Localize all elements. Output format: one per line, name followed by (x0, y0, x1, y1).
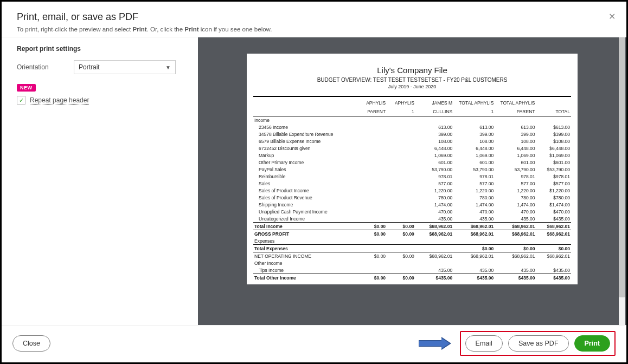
table-row: Total Other Income$0.00$0.00$435.00$435.… (253, 274, 571, 282)
close-icon[interactable]: ✕ (608, 11, 616, 22)
table-row: Sales577.00577.00577.00$577.00 (253, 180, 571, 187)
table-row: 23456 Income613.00613.00613.00$613.00 (253, 123, 571, 131)
dialog-hint: To print, right-click the preview and se… (17, 26, 611, 32)
scrollbar-thumb[interactable] (619, 37, 625, 297)
settings-heading: Report print settings (17, 45, 186, 53)
dialog-header: ✕ Print, email, or save as PDF To print,… (2, 2, 626, 37)
table-row: PayPal Sales53,790.0053,790.0053,790.00$… (253, 166, 571, 173)
table-row: Tips Income435.00435.00435.00$435.00 (253, 266, 571, 274)
table-row: GROSS PROFIT$0.00$0.00$68,962.01$68,962.… (253, 230, 571, 238)
table-row: 6579 Billable Expense Income108.00108.00… (253, 138, 571, 145)
table-row: Sales of Product Income1,220.001,220.001… (253, 187, 571, 194)
highlight-box: Email Save as PDF Print (460, 331, 616, 356)
new-badge: NEW (17, 84, 36, 92)
table-row: Sales of Product Revenue780.00780.00780.… (253, 194, 571, 201)
table-row: Shipping Income1,474.001,474.001,474.00$… (253, 201, 571, 208)
table-row: Expenses (253, 237, 571, 245)
chevron-down-icon: ▼ (165, 64, 171, 70)
table-row: Unapplied Cash Payment Income470.00470.0… (253, 208, 571, 215)
save-pdf-button[interactable]: Save as PDF (508, 335, 569, 352)
report-date-range: July 2019 - June 2020 (253, 84, 571, 89)
dialog-footer: Close Email Save as PDF Print (2, 325, 626, 362)
repeat-header-label: Repeat page header (30, 96, 89, 104)
settings-panel: Report print settings Orientation Portra… (2, 37, 198, 325)
table-row: Uncategorized Income435.00435.00435.00$4… (253, 215, 571, 223)
orientation-label: Orientation (17, 63, 74, 71)
print-dialog: ✕ Print, email, or save as PDF To print,… (2, 2, 626, 362)
orientation-select[interactable]: Portrait ▼ (74, 60, 176, 74)
arrow-annotation (419, 337, 452, 349)
report-subtitle: BUDGET OVERVIEW: TEST TESET TESTSETSET -… (253, 77, 571, 83)
repeat-header-option: ✓ Repeat page header (17, 96, 186, 105)
report-page: Lily's Company File BUDGET OVERVIEW: TES… (247, 54, 578, 284)
report-company: Lily's Company File (253, 66, 571, 75)
report-table: APHYLISAPHYLISJAMES MTOTAL APHYLISTOTAL … (253, 96, 571, 281)
print-button[interactable]: Print (574, 335, 610, 352)
table-row: Income (253, 116, 571, 124)
table-row: Markup1,069.001,069.001,069.00$1,069.00 (253, 152, 571, 159)
table-row: Total Income$0.00$0.00$68,962.01$68,962.… (253, 223, 571, 230)
table-row: Other Income (253, 259, 571, 266)
table-row: Total Expenses$0.00$0.00$0.00 (253, 245, 571, 252)
orientation-field: Orientation Portrait ▼ (17, 60, 186, 74)
table-row: 34578 Billable Expenditure Revenue399.00… (253, 131, 571, 138)
table-row: 6732452 Discounts given6,448.006,448.006… (253, 145, 571, 152)
close-button[interactable]: Close (12, 335, 50, 352)
preview-area[interactable]: Lily's Company File BUDGET OVERVIEW: TES… (198, 37, 626, 325)
repeat-header-checkbox[interactable]: ✓ (17, 96, 25, 105)
table-row: Reimbursible978.01978.01978.01$978.01 (253, 173, 571, 180)
dialog-title: Print, email, or save as PDF (17, 11, 611, 23)
table-row: NET OPERATING INCOME$0.00$0.00$68,962.01… (253, 252, 571, 260)
email-button[interactable]: Email (465, 335, 503, 352)
table-row: Other Primary Income601.00601.00601.00$6… (253, 159, 571, 166)
